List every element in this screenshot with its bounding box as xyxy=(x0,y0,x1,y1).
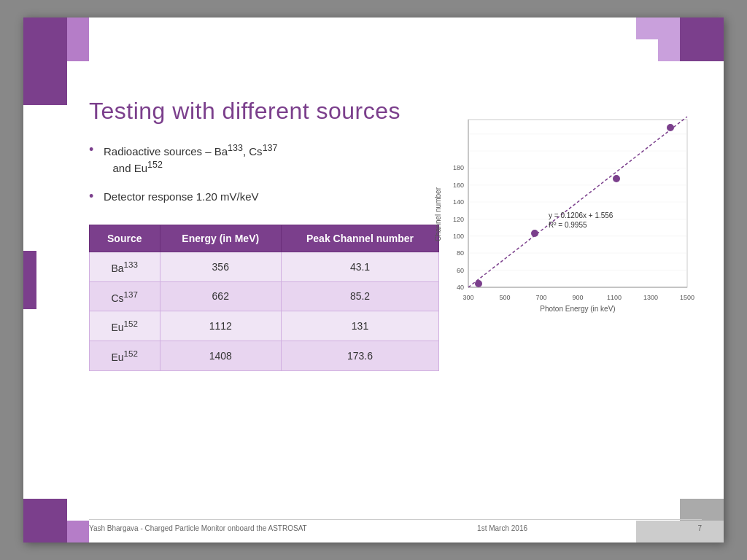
scatter-chart: 40 60 80 100 120 140 160 180 Channel num… xyxy=(432,112,702,331)
svg-text:1100: 1100 xyxy=(607,294,622,301)
svg-text:180: 180 xyxy=(453,164,464,171)
footer-center: 1st March 2016 xyxy=(477,524,527,532)
data-table: Source Energy (in MeV) Peak Channel numb… xyxy=(89,225,439,371)
deco-left-mid xyxy=(23,251,36,309)
svg-text:500: 500 xyxy=(499,294,510,301)
footer-page: 7 xyxy=(697,524,702,532)
bullet-2-text: Detector response 1.20 mV/keV xyxy=(104,190,259,203)
table-header-row: Source Energy (in MeV) Peak Channel numb… xyxy=(90,225,439,252)
svg-text:1300: 1300 xyxy=(643,294,658,301)
svg-text:Channel number: Channel number xyxy=(434,187,442,241)
cell-energy: 1408 xyxy=(160,341,281,370)
svg-text:60: 60 xyxy=(457,267,464,274)
cell-energy: 1112 xyxy=(160,311,281,341)
bullet-1-text: Radioactive sources – Ba133, Cs137 and E… xyxy=(104,145,277,174)
deco-bottom-left2 xyxy=(67,521,89,542)
svg-text:40: 40 xyxy=(457,284,464,291)
col-energy: Energy (in MeV) xyxy=(160,225,281,252)
svg-text:900: 900 xyxy=(572,294,583,301)
col-source: Source xyxy=(90,225,160,252)
chart-area: 40 60 80 100 120 140 160 180 Channel num… xyxy=(432,112,702,331)
table-row: Eu152 1408 173.6 xyxy=(90,341,439,370)
cell-source: Eu152 xyxy=(90,341,160,370)
svg-text:80: 80 xyxy=(457,249,464,257)
cell-peak: 131 xyxy=(282,311,439,341)
data-point-3 xyxy=(613,175,620,182)
slide: Testing with different sources Radioacti… xyxy=(23,18,724,542)
svg-text:300: 300 xyxy=(462,294,473,301)
table-row: Cs137 662 85.2 xyxy=(90,281,439,311)
deco-top-right2 xyxy=(636,18,680,39)
chart-equation: y = 0.1206x + 1.556 xyxy=(549,211,614,219)
cell-peak: 173.6 xyxy=(282,341,439,370)
deco-top-left xyxy=(23,18,67,105)
table-row: Eu152 1112 131 xyxy=(90,311,439,341)
svg-text:100: 100 xyxy=(453,233,464,240)
data-point-2 xyxy=(531,230,538,237)
cell-energy: 356 xyxy=(160,252,281,282)
cell-source: Ba133 xyxy=(90,252,160,282)
cell-energy: 662 xyxy=(160,281,281,311)
table-row: Ba133 356 43.1 xyxy=(90,252,439,282)
deco-top-right3 xyxy=(658,39,680,61)
cell-peak: 43.1 xyxy=(282,252,439,282)
col-peak: Peak Channel number xyxy=(282,225,439,252)
data-point-1 xyxy=(475,280,482,287)
svg-text:Photon Energy (in keV): Photon Energy (in keV) xyxy=(540,305,615,313)
cell-source: Eu152 xyxy=(90,311,160,341)
table-body: Ba133 356 43.1 Cs137 662 85.2 Eu152 1112… xyxy=(90,252,439,371)
deco-bottom-left xyxy=(23,499,67,542)
svg-text:160: 160 xyxy=(453,182,464,189)
svg-text:700: 700 xyxy=(535,294,546,301)
cell-peak: 85.2 xyxy=(282,281,439,311)
chart-rsquared: R² = 0.9955 xyxy=(549,221,587,229)
footer-left: Yash Bhargava - Charged Particle Monitor… xyxy=(89,524,307,532)
svg-text:140: 140 xyxy=(453,198,464,206)
cell-source: Cs137 xyxy=(90,281,160,311)
deco-top-left-light xyxy=(67,18,89,61)
svg-text:1500: 1500 xyxy=(680,294,694,301)
data-point-4 xyxy=(667,124,674,131)
deco-top-right xyxy=(680,18,724,61)
svg-text:120: 120 xyxy=(453,216,464,223)
footer: Yash Bhargava - Charged Particle Monitor… xyxy=(89,519,702,532)
